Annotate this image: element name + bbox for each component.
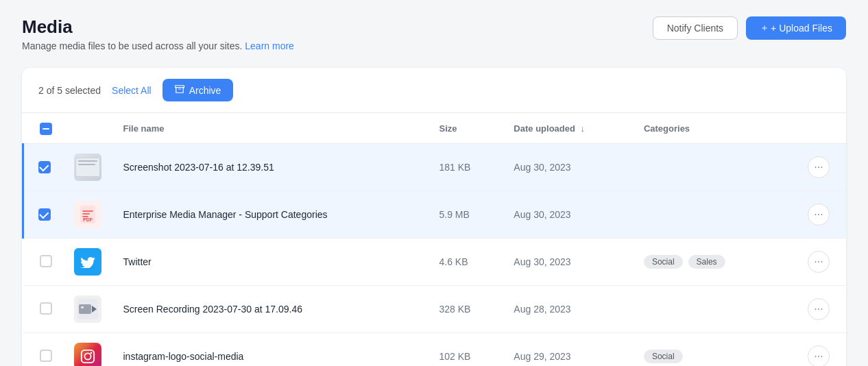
row-actions: ··· <box>777 239 846 286</box>
category-badge: Social <box>644 255 683 269</box>
row-file-name: Enterprise Media Manager - Support Categ… <box>112 191 429 239</box>
page-title: Media <box>22 16 294 38</box>
row-file-size: 181 KB <box>429 144 503 191</box>
table-row: Screen Recording 2023-07-30 at 17.09.46 … <box>23 286 847 333</box>
page-subtitle: Manage media files to be used across all… <box>22 40 294 51</box>
row-actions: ··· <box>777 191 846 239</box>
header-right: Notify Clients ＋ + Upload Files <box>653 16 846 40</box>
file-thumbnail <box>74 154 101 181</box>
row-icon-cell <box>63 286 112 333</box>
row-file-date: Aug 30, 2023 <box>503 191 633 239</box>
row-icon-cell: PDF <box>63 191 112 239</box>
svg-text:PDF: PDF <box>83 217 93 222</box>
row-more-button[interactable]: ··· <box>808 156 830 178</box>
upload-files-button[interactable]: ＋ + Upload Files <box>746 16 846 40</box>
row-more-button[interactable]: ··· <box>808 298 830 320</box>
row-checkbox-cell[interactable] <box>23 286 63 333</box>
row-checkbox-cell[interactable] <box>23 239 63 286</box>
row-file-name: Screen Recording 2023-07-30 at 17.09.46 <box>112 286 429 333</box>
row-file-size: 328 KB <box>429 286 503 333</box>
row-file-size: 4.6 KB <box>429 239 503 286</box>
svg-rect-7 <box>81 306 84 308</box>
row-checkbox[interactable] <box>40 350 52 362</box>
row-more-button[interactable]: ··· <box>808 251 830 273</box>
row-icon-cell <box>63 333 112 367</box>
table-row: instagram-logo-social-media 102 KB Aug 2… <box>23 333 847 367</box>
row-categories: Social <box>633 333 777 367</box>
row-file-date: Aug 30, 2023 <box>503 144 633 191</box>
svg-rect-5 <box>79 304 91 314</box>
notify-clients-button[interactable]: Notify Clients <box>653 16 738 40</box>
upload-icon: ＋ <box>760 22 769 34</box>
select-all-button[interactable]: Select All <box>112 85 152 96</box>
header-left: Media Manage media files to be used acro… <box>22 16 294 51</box>
row-categories <box>633 144 777 191</box>
file-thumbnail <box>74 248 101 276</box>
row-categories: SocialSales <box>633 239 777 286</box>
archive-icon <box>175 84 184 96</box>
row-categories <box>633 286 777 333</box>
file-thumbnail: PDF <box>74 201 101 228</box>
row-more-button[interactable]: ··· <box>808 204 830 225</box>
svg-point-10 <box>90 352 92 354</box>
selected-count: 2 of 5 selected <box>38 85 101 96</box>
row-categories <box>633 191 777 239</box>
media-table-container: 2 of 5 selected Select All Archive <box>22 68 846 366</box>
row-file-date: Aug 29, 2023 <box>503 333 633 367</box>
table-row: PDF Enterprise Media Manager - Support C… <box>23 191 847 239</box>
row-checkbox[interactable] <box>38 161 51 173</box>
row-file-date: Aug 30, 2023 <box>503 239 633 286</box>
row-checkbox-cell[interactable] <box>23 333 63 367</box>
table-header-row: File name Size Date uploaded ↓ Categorie… <box>23 113 847 144</box>
media-table: File name Size Date uploaded ↓ Categorie… <box>22 113 846 366</box>
svg-point-9 <box>84 353 91 359</box>
row-icon-cell <box>63 239 112 286</box>
learn-more-link[interactable]: Learn more <box>245 40 294 51</box>
row-checkbox-cell[interactable] <box>23 144 63 191</box>
archive-button[interactable]: Archive <box>162 79 234 101</box>
svg-rect-8 <box>81 350 93 363</box>
sort-icon: ↓ <box>581 123 586 134</box>
svg-rect-0 <box>175 86 184 88</box>
row-icon-cell <box>63 144 112 191</box>
row-checkbox[interactable] <box>40 302 52 315</box>
row-file-date: Aug 28, 2023 <box>503 286 633 333</box>
row-actions: ··· <box>777 286 846 333</box>
row-actions: ··· <box>777 144 846 191</box>
row-checkbox[interactable] <box>40 255 52 267</box>
row-checkbox-cell[interactable] <box>23 191 63 239</box>
file-name-header: File name <box>112 113 429 144</box>
file-icon-header <box>63 113 112 144</box>
row-file-size: 102 KB <box>429 333 503 367</box>
page-header: Media Manage media files to be used acro… <box>22 16 846 51</box>
table-row: Twitter 4.6 KB Aug 30, 2023 SocialSales … <box>23 239 847 286</box>
table-row: Screenshot 2023-07-16 at 12.39.51 181 KB… <box>23 144 847 191</box>
actions-header <box>777 113 846 144</box>
row-more-button[interactable]: ··· <box>808 345 830 366</box>
row-checkbox[interactable] <box>38 208 51 221</box>
file-thumbnail <box>74 343 101 366</box>
category-badge: Sales <box>688 255 725 269</box>
size-header: Size <box>429 113 503 144</box>
row-actions: ··· <box>777 333 846 367</box>
file-thumbnail <box>74 295 101 323</box>
date-uploaded-header: Date uploaded ↓ <box>503 113 633 144</box>
row-file-size: 5.9 MB <box>429 191 503 239</box>
categories-header: Categories <box>633 113 777 144</box>
row-file-name: Twitter <box>112 239 429 286</box>
row-file-name: Screenshot 2023-07-16 at 12.39.51 <box>112 144 429 191</box>
table-toolbar: 2 of 5 selected Select All Archive <box>22 68 846 113</box>
row-file-name: instagram-logo-social-media <box>112 333 429 367</box>
category-badge: Social <box>644 350 683 363</box>
select-all-header[interactable] <box>23 113 63 144</box>
header-checkbox[interactable] <box>40 123 52 135</box>
